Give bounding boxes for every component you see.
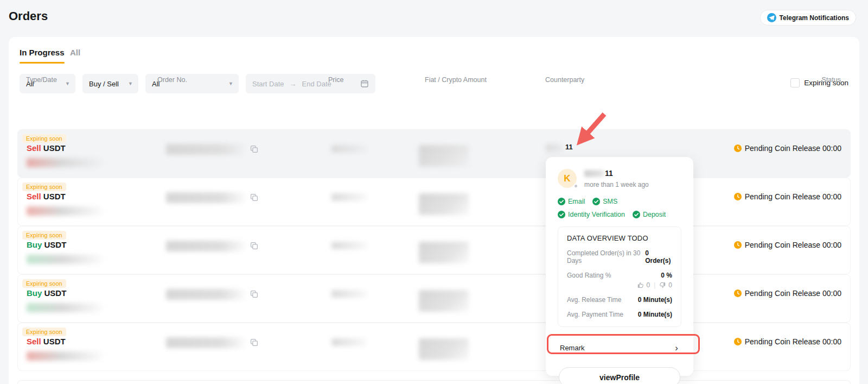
status-text: Pending Coin Release 00:00: [745, 289, 841, 298]
date-range-picker[interactable]: Start Date → End Date: [246, 74, 375, 93]
sms-verified-badge: SMS: [592, 198, 617, 205]
avg-release-row: Avg. Release Time 0 Minute(s): [567, 296, 672, 304]
good-rating-label: Good Rating %: [567, 272, 611, 279]
order-asset: USDT: [44, 240, 67, 249]
expiring-soon-badge: Expiring soon: [22, 182, 66, 191]
expiring-soon-badge: Expiring soon: [22, 231, 66, 240]
pending-clock-icon: [734, 289, 742, 297]
order-row[interactable]: Expiring soon Sell USDT Pending Coin Rel…: [17, 323, 851, 371]
order-row[interactable]: Expiring soon Sell USDT 11 Pending Coin …: [17, 129, 851, 178]
verification-badges: Email SMS Identity Verification Deposit: [558, 198, 681, 218]
completed-orders-value: 0 Order(s): [645, 249, 672, 265]
blurred-counterparty-name-prefix: [584, 170, 604, 177]
order-status: Pending Coin Release 00:00: [734, 337, 841, 346]
popup-counterparty-name: 11: [605, 169, 613, 178]
blurred-fiat-amount: [419, 290, 469, 312]
view-profile-button[interactable]: viewProfile: [559, 367, 680, 384]
telegram-button-label: Telegram Notifications: [780, 14, 849, 22]
page-title: Orders: [9, 9, 48, 23]
order-type: Sell USDT: [27, 192, 66, 201]
completed-orders-row: Completed Order(s) in 30 Days 0 Order(s): [567, 249, 672, 265]
rating-thumbs-row: 0 | 0: [567, 281, 672, 289]
order-status: Pending Coin Release 00:00: [734, 144, 841, 153]
status-text: Pending Coin Release 00:00: [745, 241, 841, 249]
data-overview-box: DATA OVERVIEW TODO Completed Order(s) in…: [558, 226, 681, 327]
expiring-soon-checkbox[interactable]: [790, 78, 800, 87]
last-seen-text: more than 1 week ago: [584, 181, 649, 188]
sms-badge-label: SMS: [603, 198, 617, 205]
order-asset: USDT: [43, 143, 66, 153]
blurred-price: [331, 193, 367, 201]
avg-payment-label: Avg. Payment Time: [567, 311, 623, 318]
deposit-badge-label: Deposit: [643, 211, 666, 218]
counterparty-popup: K 11 more than 1 week ago Email: [546, 157, 693, 376]
completed-orders-label: Completed Order(s) in 30 Days: [567, 249, 645, 265]
deposit-verified-badge: Deposit: [633, 211, 666, 218]
status-text: Pending Coin Release 00:00: [745, 192, 841, 201]
data-overview-title: DATA OVERVIEW TODO: [567, 234, 672, 242]
order-type: Sell USDT: [27, 337, 66, 346]
check-circle-icon: [558, 211, 565, 218]
avg-release-label: Avg. Release Time: [567, 296, 622, 304]
order-side: Sell: [27, 143, 41, 153]
order-type: Buy USDT: [27, 288, 66, 298]
col-header-type-date: Type/Date: [26, 76, 57, 84]
blurred-price: [331, 242, 367, 249]
blurred-order-number: [166, 192, 245, 203]
blurred-counterparty-prefix: [546, 144, 563, 152]
order-row[interactable]: Expiring soon Buy USDT Pending Coin Rele…: [17, 274, 851, 323]
copy-icon[interactable]: [250, 290, 258, 298]
copy-icon[interactable]: [250, 193, 258, 202]
col-header-order-no: Order No.: [157, 76, 187, 84]
avg-payment-value: 0 Minute(s): [638, 311, 672, 318]
order-status: Pending Coin Release 00:00: [734, 192, 841, 201]
avatar[interactable]: K: [558, 169, 577, 188]
tab-all[interactable]: All: [70, 48, 80, 57]
blurred-order-date: [27, 255, 104, 264]
order-side: Buy: [27, 240, 42, 249]
avatar-letter: K: [564, 173, 570, 184]
blurred-order-number: [166, 337, 245, 348]
copy-icon[interactable]: [250, 145, 258, 153]
orders-page: Orders Telegram Notifications In Progres…: [0, 0, 868, 384]
order-type: Buy USDT: [27, 240, 66, 249]
pending-clock-icon: [734, 193, 742, 200]
col-header-counterparty: Counterparty: [545, 76, 584, 84]
side-filter-dropdown[interactable]: Buy / Sell ▼: [82, 74, 138, 93]
blurred-order-date: [27, 206, 104, 216]
popup-profile: K 11 more than 1 week ago: [558, 169, 681, 188]
copy-icon[interactable]: [250, 338, 258, 347]
order-row-partial: [17, 380, 851, 384]
date-range-arrow-icon: →: [290, 80, 297, 88]
order-row[interactable]: Expiring soon Buy USDT Pending Coin Rele…: [17, 226, 851, 274]
thumbs-down-icon: [659, 282, 666, 288]
copy-icon[interactable]: [250, 242, 258, 250]
status-text: Pending Coin Release 00:00: [745, 144, 841, 153]
pending-clock-icon: [734, 241, 742, 249]
tab-in-progress[interactable]: In Progress: [20, 48, 65, 57]
remark-button[interactable]: Remark ›: [557, 338, 682, 357]
pending-clock-icon: [734, 338, 742, 345]
order-status: Pending Coin Release 00:00: [734, 289, 841, 298]
counterparty-name[interactable]: 11: [565, 143, 573, 151]
chevron-right-icon: ›: [675, 343, 678, 352]
thumbs-up-icon: [637, 282, 644, 288]
chevron-down-icon: ▼: [128, 81, 133, 86]
order-asset: USDT: [43, 337, 66, 346]
telegram-notifications-button[interactable]: Telegram Notifications: [760, 10, 856, 26]
blurred-price: [331, 145, 367, 153]
order-row[interactable]: Expiring soon Sell USDT Pending Coin Rel…: [17, 178, 851, 226]
blurred-order-number: [166, 241, 245, 251]
blurred-price: [331, 290, 367, 298]
blurred-order-date: [27, 303, 104, 312]
check-circle-icon: [633, 211, 640, 218]
order-side: Buy: [27, 288, 42, 298]
col-header-fiat-crypto: Fiat / Crypto Amount: [425, 76, 487, 84]
check-circle-icon: [558, 198, 565, 205]
blurred-price: [331, 338, 367, 346]
good-rating-row: Good Rating % 0 %: [567, 272, 672, 279]
blurred-order-number: [166, 289, 245, 300]
start-date-placeholder: Start Date: [252, 80, 284, 88]
blurred-fiat-amount: [419, 193, 469, 215]
chevron-down-icon: ▼: [228, 81, 233, 86]
